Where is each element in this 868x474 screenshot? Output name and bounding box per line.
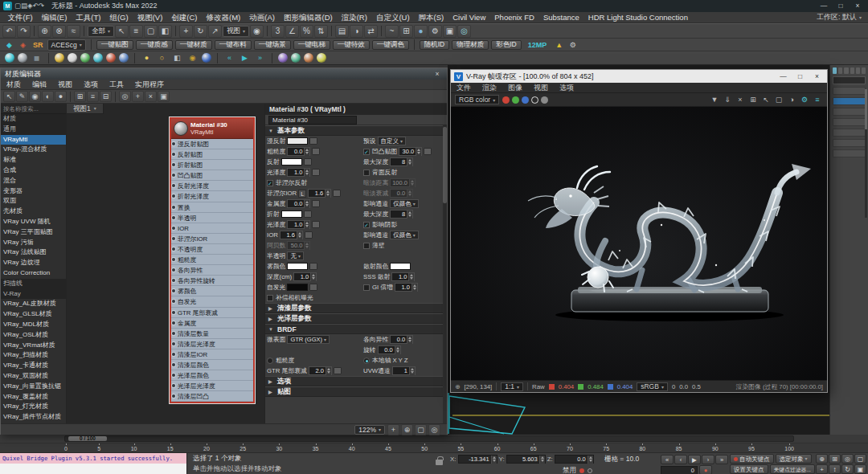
object-category-dropdown[interactable] xyxy=(833,76,866,84)
save-all-channels-icon[interactable]: ⇓ xyxy=(722,95,733,105)
node-slot[interactable]: 光泽层颜色 xyxy=(171,370,253,381)
node-slot[interactable]: 不透明度 xyxy=(171,244,253,255)
dropdown[interactable]: 仅颜色▾ xyxy=(390,199,419,208)
glass-material-icon[interactable] xyxy=(93,53,103,63)
menubar-item[interactable]: 自定义(U) xyxy=(371,12,414,23)
browser-item[interactable]: VRay_卡通材质 xyxy=(1,361,66,371)
show-shaded-in-viewport-icon[interactable]: ● xyxy=(55,91,67,102)
id-script-button[interactable]: 物理材质 xyxy=(452,40,489,50)
zoom-all-icon[interactable]: ⊞ xyxy=(829,454,841,464)
edit-named-selections-icon[interactable]: ▤ xyxy=(335,25,349,38)
checkbox[interactable]: ✓菲涅尔反射 xyxy=(267,178,307,187)
browser-item[interactable]: VRay_扫描材质 xyxy=(1,350,66,361)
color-corrections-icon[interactable]: ⚙ xyxy=(799,95,810,105)
rollout-header[interactable]: ▶贴图 xyxy=(265,386,447,397)
map-slot-button[interactable] xyxy=(309,284,317,291)
browser-item[interactable]: VRay 法线贴图 xyxy=(1,247,66,258)
browser-item[interactable]: VRay_VRmat材质 xyxy=(1,341,66,351)
command-panel-button[interactable] xyxy=(833,118,866,126)
menubar-item[interactable]: Phoenix FD xyxy=(490,12,539,23)
select-and-scale-icon[interactable]: ↗ xyxy=(208,25,222,38)
node-slot[interactable]: 漫反射贴图 xyxy=(171,139,253,149)
time-slider-track[interactable]: 0 / 100 xyxy=(64,435,794,442)
render-teapot-icon[interactable]: ◉ xyxy=(186,52,199,63)
pan-view-icon[interactable]: + xyxy=(387,424,399,435)
cloth-icon[interactable] xyxy=(304,53,313,63)
maximize-icon[interactable]: □ xyxy=(793,71,807,82)
key-filters-button[interactable]: 关键点过滤器... xyxy=(770,464,815,474)
spinner-snap-icon[interactable]: ⇅ xyxy=(314,25,328,38)
go-to-end-icon[interactable]: » xyxy=(715,455,728,464)
show-end-result-icon[interactable]: ◐ xyxy=(42,91,54,102)
zoom-region-view-icon[interactable]: ▢ xyxy=(415,424,427,435)
material-editor-menu-item[interactable]: 视图 xyxy=(52,80,78,90)
scatter-icon[interactable] xyxy=(291,53,301,63)
zoom-level-dropdown[interactable]: 122%▾ xyxy=(354,425,385,435)
gold-material-icon[interactable] xyxy=(55,53,64,63)
assign-to-selection-icon[interactable]: ◉ xyxy=(29,91,41,102)
rendered-frame-icon[interactable]: ▣ xyxy=(443,25,457,38)
browser-item[interactable]: Color Correction xyxy=(1,268,66,279)
browser-item[interactable]: VRay_AL皮肤材质 xyxy=(1,299,66,309)
reference-coordinate-dropdown[interactable]: 视图▾ xyxy=(223,26,249,37)
browser-item[interactable]: 双面 xyxy=(1,196,66,206)
menubar-item[interactable]: 图形编辑器(D) xyxy=(279,12,337,23)
rollout-header[interactable]: ▼BRDF xyxy=(265,324,447,334)
settings-icon[interactable]: ⚙ xyxy=(567,39,579,51)
macro-script-button[interactable]: 一键贴图 xyxy=(96,40,133,50)
spinner-field[interactable]: 1.0 xyxy=(287,220,310,229)
zoom-extents-icon[interactable]: ◎ xyxy=(841,454,854,464)
map-slot-button[interactable] xyxy=(333,190,341,197)
next-frame-icon[interactable]: › xyxy=(702,455,714,464)
checkbox[interactable]: 薄壁 xyxy=(363,241,385,250)
select-icon[interactable]: ↖ xyxy=(3,91,15,102)
motion-tab-icon[interactable] xyxy=(850,67,854,74)
node-slot[interactable]: IOR xyxy=(171,223,253,234)
camera-icon[interactable]: ◧ xyxy=(171,52,183,63)
command-panel-button[interactable] xyxy=(833,149,866,157)
browser-item[interactable]: VRay_OSL材质 xyxy=(1,330,66,341)
node-slot[interactable]: 清漆层数量 xyxy=(171,329,253,339)
workspace-selector[interactable]: 工作区: 默认▾ xyxy=(817,12,865,22)
node-slot[interactable]: 清漆层颜色 xyxy=(171,360,253,370)
dropdown[interactable]: 自定义▾ xyxy=(378,137,407,145)
spinner-field[interactable]: 30.0 xyxy=(399,147,422,156)
vfb-menu-item[interactable]: 文件 xyxy=(451,83,477,93)
color-swatch[interactable] xyxy=(287,284,308,291)
select-and-move-icon[interactable]: + xyxy=(179,25,193,38)
track-mouse-icon[interactable]: ↖ xyxy=(760,95,772,105)
layout-children-icon[interactable]: ≡ xyxy=(87,91,99,102)
colorspace-dropdown[interactable]: sRGB▾ xyxy=(637,382,668,391)
hide-unused-slots-icon[interactable]: ⊟ xyxy=(100,91,112,102)
pan-icon[interactable]: + xyxy=(816,464,828,474)
macro-script-button[interactable]: 一键特效 xyxy=(333,40,370,50)
maximize-button[interactable]: □ xyxy=(833,1,848,11)
color-swatch[interactable] xyxy=(390,263,411,270)
checkbox[interactable]: 补偿相机曝光 xyxy=(267,293,313,302)
node-slot[interactable]: 金属度 xyxy=(171,318,253,329)
browser-item[interactable]: 标准 xyxy=(1,155,66,165)
material-editor-menu-item[interactable]: 编辑 xyxy=(27,80,52,90)
spinner-field[interactable]: 2.0 xyxy=(309,366,332,375)
node-slot[interactable]: 折射光泽度 xyxy=(171,191,253,202)
map-slot-button[interactable] xyxy=(304,210,312,218)
command-panel-button[interactable] xyxy=(833,129,866,137)
macro-script-button[interactable]: 一键质感 xyxy=(136,40,173,50)
vfb-menu-item[interactable]: 视图 xyxy=(528,83,554,93)
node-slot[interactable]: 光泽层光泽度 xyxy=(171,381,253,391)
browser-item[interactable]: V-Ray xyxy=(1,289,66,300)
material-name-field[interactable]: Material #30 xyxy=(268,116,357,125)
spinner-field[interactable]: 0.0 xyxy=(390,189,413,198)
browser-item[interactable]: VRayMtl xyxy=(1,135,66,145)
spinner-field[interactable]: 1.0 xyxy=(293,272,317,281)
browser-search-input[interactable]: 按名称搜索... xyxy=(1,104,66,114)
zoom-extents-icon[interactable]: ◎ xyxy=(119,91,131,102)
material-editor-menu-item[interactable]: 选项 xyxy=(78,80,104,90)
menubar-item[interactable]: 工具(T) xyxy=(72,12,105,23)
browser-item[interactable]: 变形器 xyxy=(1,186,66,197)
browser-item[interactable]: 材质 xyxy=(1,114,66,125)
vfb-menu-item[interactable]: 渲染 xyxy=(477,83,502,93)
maxscript-mini-listener[interactable]: Quixel Bridge Plugin v5.3.1 started succ… xyxy=(0,453,187,474)
y-coordinate-field[interactable]: 5.603 xyxy=(506,455,546,464)
node-slot[interactable]: 半透明 xyxy=(171,213,253,223)
